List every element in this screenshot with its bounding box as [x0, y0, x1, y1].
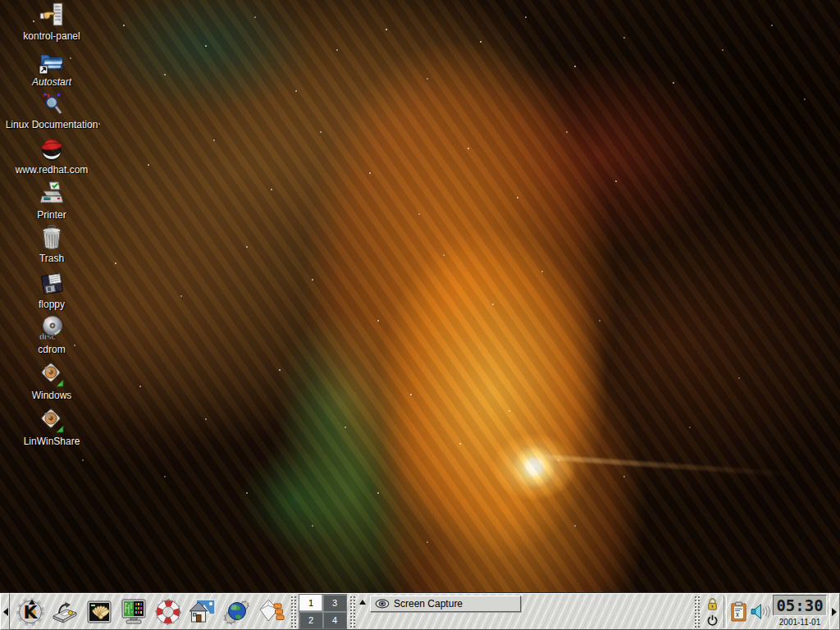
applet-drag-handle[interactable]	[349, 596, 355, 628]
floppy-disk-icon	[38, 270, 66, 298]
kmail-button[interactable]	[255, 595, 288, 629]
pager-desktop-4[interactable]: 4	[323, 612, 346, 628]
star-flare	[525, 453, 796, 477]
harddisk-mounted-icon	[38, 361, 66, 389]
desktop-icon-floppy[interactable]: floppy	[2, 270, 102, 310]
desktop-icon-label: Linux Documentation	[2, 120, 102, 130]
logout-button[interactable]	[706, 614, 719, 627]
desktop-icon-trash[interactable]: Trash	[2, 224, 102, 264]
desktop-icon-label: Autostart	[2, 77, 102, 88]
left-arrow-icon	[0, 608, 8, 616]
desktop-wallpaper: kontrol-panel Autostart ? Linux Document…	[0, 0, 840, 592]
lock-logout-applet	[701, 593, 723, 630]
pager-desktop-1[interactable]: 1	[299, 595, 322, 611]
control-center-button[interactable]	[117, 595, 150, 629]
k-menu-popup-arrow-icon	[29, 596, 35, 605]
panel-clock[interactable]: 05:30 2001-11-01	[770, 593, 829, 630]
desktop-icon-printer[interactable]: Printer	[2, 180, 102, 221]
lock-icon	[705, 596, 719, 612]
desktop-icon-label: floppy	[2, 299, 102, 310]
kmail-icon	[257, 597, 286, 627]
desktop-icon-label: Printer	[2, 210, 102, 221]
right-arrow-icon	[832, 608, 840, 616]
system-tray-volume	[749, 593, 770, 630]
applet-drag-handle[interactable]	[290, 596, 296, 628]
klipper-clipboard-icon	[730, 601, 747, 622]
desktop-icon-label: www.redhat.com	[2, 165, 102, 176]
help-button[interactable]	[152, 595, 185, 629]
volume-speaker-icon	[750, 603, 770, 620]
k-menu-button[interactable]: K	[14, 595, 47, 629]
desktop-icon-label: kontrol-panel	[2, 31, 102, 42]
clock-date: 2001-11-01	[770, 616, 829, 628]
system-tray-klipper	[728, 593, 749, 630]
desktop-pager: 1 2 3 4	[299, 594, 347, 629]
home-directory-button[interactable]	[186, 595, 219, 629]
konqueror-globe-icon	[222, 597, 252, 627]
pager-desktop-3[interactable]: 3	[323, 595, 346, 611]
desktop-access-button[interactable]	[48, 595, 81, 629]
kontrol-panel-icon	[38, 2, 66, 30]
desktop-access-icon	[50, 597, 80, 627]
clock-time: 05:30	[773, 595, 827, 616]
eye-icon	[375, 599, 390, 609]
power-icon	[706, 614, 719, 627]
pager-desktop-2[interactable]: 2	[299, 612, 322, 628]
panel-launchers: K	[10, 593, 289, 630]
desktop-icon-label: cdrom	[2, 345, 102, 355]
konsole-terminal-icon	[84, 597, 114, 627]
desktop-icon-label: Windows	[2, 390, 102, 401]
trash-can-icon	[38, 224, 66, 252]
svg-text:K: K	[23, 602, 38, 623]
printer-icon	[38, 180, 66, 208]
home-directory-icon	[188, 597, 217, 627]
taskbar-window-screen-capture[interactable]: Screen Capture	[370, 596, 521, 612]
applet-separator	[724, 596, 727, 628]
cdrom-disc-icon: disc	[38, 315, 66, 343]
window-title: Screen Capture	[394, 598, 463, 609]
autostart-folder-icon	[38, 48, 66, 75]
window-list-arrow[interactable]	[359, 596, 366, 605]
redhat-icon	[38, 135, 66, 163]
klipper-clipboard-button[interactable]	[730, 601, 747, 622]
desktop-icon-kontrol-panel[interactable]: kontrol-panel	[2, 2, 102, 42]
desktop-icon-cdrom[interactable]: disc cdrom	[2, 315, 102, 355]
help-lifebuoy-icon	[153, 597, 183, 627]
taskbar: Screen Capture	[357, 593, 692, 630]
control-center-icon	[119, 597, 148, 627]
panel-hide-left-button[interactable]	[0, 593, 10, 630]
desktop-icon-windows[interactable]: Windows	[2, 361, 102, 401]
desktop-icon-redhat[interactable]: www.redhat.com	[2, 135, 102, 176]
lock-screen-button[interactable]	[705, 596, 719, 612]
applet-drag-handle[interactable]	[694, 596, 700, 628]
svg-text:disc: disc	[39, 332, 56, 341]
desktop-icon-linux-documentation[interactable]: ? Linux Documentation	[2, 90, 102, 130]
desktop-icon-label: LinWinShare	[2, 436, 102, 447]
kicker-panel: K 1 2 3 4 Scree	[0, 592, 840, 630]
panel-hide-right-button[interactable]	[829, 593, 840, 630]
desktop-icon-autostart[interactable]: Autostart	[2, 48, 102, 88]
konqueror-browser-button[interactable]	[221, 595, 253, 629]
desktop-icon-label: Trash	[2, 253, 102, 264]
volume-mixer-button[interactable]	[750, 603, 770, 620]
desktop-icon-linwinshare[interactable]: LinWinShare	[2, 407, 102, 447]
konsole-terminal-button[interactable]	[83, 595, 116, 629]
documentation-search-icon: ?	[38, 90, 66, 118]
harddisk-mounted-icon	[38, 407, 66, 435]
